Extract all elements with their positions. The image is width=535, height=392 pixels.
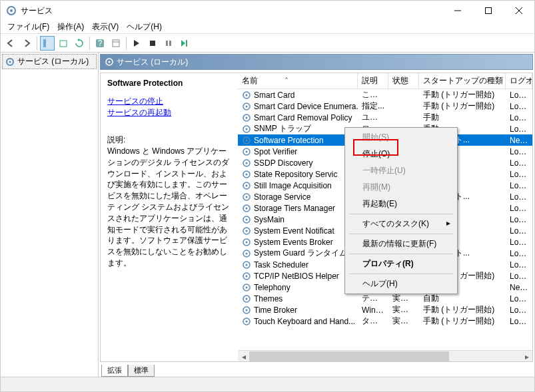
menu-help[interactable]: ヘルプ(H) [123, 20, 166, 34]
service-name: Smart Card Device Enumera... [254, 102, 358, 111]
svg-rect-7 [47, 39, 51, 47]
col-desc[interactable]: 説明 [358, 73, 388, 89]
service-logon: Local S [506, 215, 532, 224]
window-title: サービス [21, 5, 442, 17]
scroll-left-icon[interactable]: ◂ [239, 351, 249, 361]
back-button[interactable] [3, 36, 18, 51]
restart-service-button[interactable] [177, 36, 192, 51]
service-name: Software Protection [254, 136, 324, 145]
svg-point-40 [246, 196, 248, 198]
col-logon[interactable]: ログオン [506, 73, 532, 89]
ctx-restart[interactable]: 再起動(E) [346, 196, 456, 212]
ctx-stop[interactable]: 停止(O) [346, 146, 456, 162]
service-name: SysMain [254, 215, 284, 224]
svg-rect-11 [113, 40, 119, 47]
service-startup: 手動 (トリガー開始) [419, 304, 506, 315]
menu-view[interactable]: 表示(V) [88, 20, 123, 34]
svg-point-38 [246, 184, 248, 186]
minimize-button[interactable] [442, 1, 473, 21]
close-button[interactable] [504, 1, 534, 21]
service-logon: Local S [506, 113, 532, 122]
table-row[interactable]: Touch Keyboard and Hand...タッチ...実行中手動 (ト… [238, 315, 532, 327]
context-menu: 開始(S) 停止(O) 一時停止(U) 再開(M) 再起動(E) すべてのタスク… [344, 127, 458, 294]
forward-button[interactable] [19, 36, 34, 51]
ctx-help[interactable]: ヘルプ(H) [346, 276, 456, 292]
service-icon [242, 249, 251, 258]
service-desc: WinR... [358, 305, 388, 315]
service-icon [242, 272, 251, 281]
right-pane: サービス (ローカル) Software Protection サービスの停止 … [99, 53, 534, 377]
stop-service-link[interactable]: サービスの停止 [107, 96, 231, 107]
detail-pane: Software Protection サービスの停止 サービスの再起動 説明:… [101, 73, 238, 361]
export-list-button[interactable] [56, 36, 71, 51]
service-startup: 自動 [419, 293, 506, 304]
horizontal-scrollbar[interactable]: ◂ ▸ [238, 350, 532, 361]
ctx-refresh[interactable]: 最新の情報に更新(F) [346, 236, 456, 252]
service-name: Task Scheduler [254, 260, 308, 270]
service-startup: 手動 (トリガー開始) [419, 315, 506, 327]
restart-service-link[interactable]: サービスの再起動 [107, 107, 231, 118]
show-hide-tree-button[interactable] [40, 36, 55, 51]
service-icon [242, 238, 251, 247]
refresh-button[interactable] [72, 36, 87, 51]
stop-service-button[interactable] [145, 36, 160, 51]
svg-point-34 [246, 162, 248, 164]
service-icon [242, 215, 251, 224]
tab-extended[interactable]: 拡張 [101, 365, 128, 377]
svg-rect-3 [486, 8, 492, 14]
svg-rect-13 [150, 41, 155, 46]
svg-rect-6 [43, 39, 46, 47]
service-name: TCP/IP NetBIOS Helper [254, 272, 339, 281]
svg-point-30 [246, 139, 248, 141]
view-tabs: 拡張 標準 [99, 363, 534, 377]
svg-point-54 [246, 275, 248, 277]
table-row[interactable]: Smart Card Removal Policyユーザ...手動Local S [238, 112, 532, 123]
col-name[interactable]: 名前˄ [238, 73, 358, 89]
properties-button[interactable] [109, 36, 123, 51]
service-logon: Local S [506, 170, 532, 179]
help-button[interactable]: ? [93, 36, 107, 51]
menu-action[interactable]: 操作(A) [53, 20, 88, 34]
service-desc: テーマ... [358, 293, 388, 304]
service-icon [242, 113, 251, 122]
service-name: Spot Verifier [254, 147, 297, 156]
maximize-button[interactable] [473, 1, 504, 21]
service-startup: 手動 (トリガー開始) [419, 89, 506, 100]
service-logon: Local S [506, 204, 532, 213]
service-desc: タッチ... [358, 315, 388, 327]
start-service-button[interactable] [129, 36, 144, 51]
table-row[interactable]: Smart Card Device Enumera...指定...手動 (トリガ… [238, 100, 532, 112]
service-name: Time Broker [254, 305, 297, 315]
pause-service-button[interactable] [161, 36, 176, 51]
service-icon [242, 317, 251, 326]
scrollbar-thumb[interactable] [249, 351, 449, 361]
table-row[interactable]: Themesテーマ...実行中自動Local S [238, 293, 532, 304]
service-name: Telephony [254, 283, 290, 292]
svg-rect-14 [166, 41, 168, 46]
svg-point-36 [246, 173, 248, 175]
tree-root-node[interactable]: サービス (ローカル) [2, 54, 97, 69]
ctx-all-tasks[interactable]: すべてのタスク(K)▸ [346, 216, 456, 232]
service-name: System Event Notificat [254, 226, 334, 236]
service-logon: Local S [506, 249, 532, 258]
service-logon: Networ [506, 136, 532, 145]
service-logon: Local S [506, 102, 532, 111]
service-logon: Networ [506, 283, 532, 292]
col-startup[interactable]: スタートアップの種類 [419, 73, 506, 89]
ctx-properties[interactable]: プロパティ(R) [346, 256, 456, 272]
service-icon [242, 260, 251, 270]
col-status[interactable]: 状態 [388, 73, 419, 89]
ctx-resume: 再開(M) [346, 179, 456, 196]
table-row[interactable]: Smart Cardこのコ...手動 (トリガー開始)Local S [238, 89, 532, 100]
menu-file[interactable]: ファイル(F) [3, 20, 53, 34]
ctx-pause: 一時停止(U) [346, 162, 456, 179]
menubar: ファイル(F) 操作(A) 表示(V) ヘルプ(H) [1, 21, 534, 34]
svg-rect-15 [169, 41, 171, 46]
scroll-right-icon[interactable]: ▸ [522, 351, 532, 361]
tab-standard[interactable]: 標準 [128, 365, 155, 377]
table-row[interactable]: Time BrokerWinR...実行中手動 (トリガー開始)Local S [238, 304, 532, 315]
service-name: SNMP トラップ [254, 123, 311, 134]
service-desc: 指定... [358, 100, 388, 112]
svg-point-32 [246, 150, 248, 152]
submenu-arrow-icon: ▸ [446, 218, 450, 228]
